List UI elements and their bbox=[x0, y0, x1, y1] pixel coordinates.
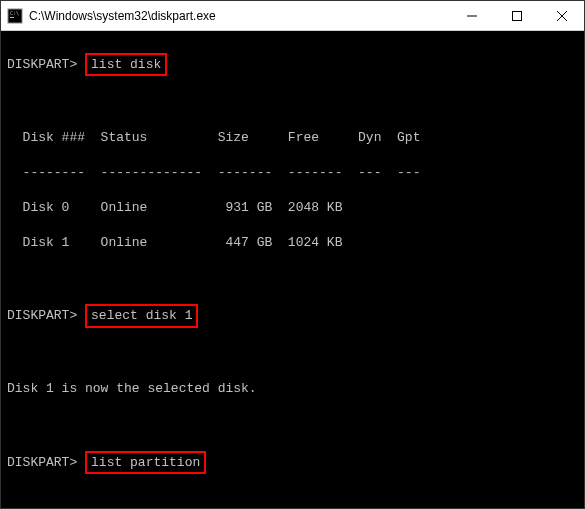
svg-rect-2 bbox=[10, 17, 14, 18]
window-controls bbox=[449, 1, 584, 30]
table-row: Disk 1 Online 447 GB 1024 KB bbox=[7, 234, 578, 252]
maximize-button[interactable] bbox=[494, 1, 539, 30]
minimize-button[interactable] bbox=[449, 1, 494, 30]
svg-text:C:\: C:\ bbox=[10, 10, 19, 16]
titlebar[interactable]: C:\ C:\Windows\system32\diskpart.exe bbox=[1, 1, 584, 31]
disk-table-header: Disk ### Status Size Free Dyn Gpt bbox=[7, 129, 578, 147]
command-select-disk: select disk 1 bbox=[85, 304, 198, 328]
diskpart-window: C:\ C:\Windows\system32\diskpart.exe DIS… bbox=[0, 0, 585, 509]
app-icon: C:\ bbox=[7, 8, 23, 24]
table-row: Disk 0 Online 931 GB 2048 KB bbox=[7, 199, 578, 217]
prompt: DISKPART> bbox=[7, 455, 77, 470]
command-list-partition: list partition bbox=[85, 451, 206, 475]
close-button[interactable] bbox=[539, 1, 584, 30]
command-list-disk: list disk bbox=[85, 53, 167, 77]
prompt: DISKPART> bbox=[7, 57, 77, 72]
window-title: C:\Windows\system32\diskpart.exe bbox=[29, 9, 449, 23]
result-text: Disk 1 is now the selected disk. bbox=[7, 380, 578, 398]
terminal-output[interactable]: DISKPART> list disk Disk ### Status Size… bbox=[1, 31, 584, 508]
prompt: DISKPART> bbox=[7, 308, 77, 323]
disk-table-separator: -------- ------------- ------- ------- -… bbox=[7, 164, 578, 182]
svg-rect-4 bbox=[512, 11, 521, 20]
